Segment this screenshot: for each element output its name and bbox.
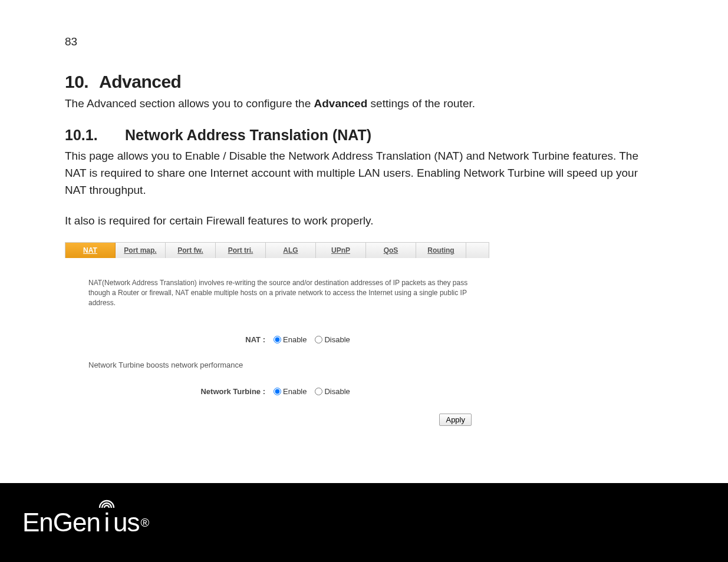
turbine-enable-option[interactable]: Enable	[274, 387, 307, 396]
nat-disable-text: Disable	[324, 335, 350, 344]
section-heading: 10. Advanced	[65, 72, 663, 92]
apply-button[interactable]: Apply	[439, 414, 472, 426]
turbine-label: Network Turbine :	[88, 387, 274, 396]
section-number: 10.	[65, 72, 88, 92]
tab-port-map[interactable]: Port map.	[116, 243, 166, 258]
tab-alg[interactable]: ALG	[266, 243, 316, 258]
turbine-disable-text: Disable	[324, 387, 350, 396]
tab-upnp[interactable]: UPnP	[316, 243, 366, 258]
turbine-enable-radio[interactable]	[274, 388, 281, 395]
turbine-note: Network Turbine boosts network performan…	[88, 361, 483, 369]
tab-port-tri[interactable]: Port tri.	[216, 243, 266, 258]
turbine-disable-option[interactable]: Disable	[315, 387, 350, 396]
section-title: Advanced	[99, 72, 181, 92]
turbine-row: Network Turbine : Enable Disable	[88, 387, 483, 396]
nat-enable-radio[interactable]	[274, 336, 281, 343]
intro-bold: Advanced	[314, 97, 367, 110]
section-intro: The Advanced section allows you to confi…	[65, 95, 663, 113]
intro-post: settings of the router.	[367, 97, 475, 110]
tab-port-fw[interactable]: Port fw.	[166, 243, 216, 258]
wifi-icon: i	[100, 508, 113, 537]
brand-logo: EnGen i us®	[22, 508, 149, 537]
footer: EnGen i us®	[0, 483, 728, 562]
subsection-para2: It also is required for certain Firewall…	[65, 212, 660, 229]
embedded-router-ui: NAT Port map. Port fw. Port tri. ALG UPn…	[65, 242, 489, 431]
registered-mark: ®	[140, 516, 149, 530]
brand-part-us: us	[113, 508, 139, 537]
subsection-title: Network Address Translation (NAT)	[125, 127, 371, 143]
nat-disable-option[interactable]: Disable	[315, 335, 350, 344]
turbine-enable-text: Enable	[283, 387, 307, 396]
tab-qos[interactable]: QoS	[366, 243, 416, 258]
subsection-number: 10.1.	[65, 127, 121, 144]
nat-description: NAT(Network Address Translation) involve…	[88, 278, 483, 308]
brand-part-en: EnGen	[22, 508, 100, 537]
tab-routing[interactable]: Routing	[416, 243, 466, 258]
tab-row: NAT Port map. Port fw. Port tri. ALG UPn…	[65, 242, 489, 258]
nat-label: NAT :	[88, 335, 274, 344]
nat-enable-option[interactable]: Enable	[274, 335, 307, 344]
tab-nat[interactable]: NAT	[65, 243, 116, 258]
turbine-disable-radio[interactable]	[315, 388, 322, 395]
nat-disable-radio[interactable]	[315, 336, 322, 343]
subsection-para1: This page allows you to Enable / Disable…	[65, 147, 660, 199]
page-number: 83	[65, 35, 663, 48]
intro-pre: The Advanced section allows you to confi…	[65, 97, 314, 110]
nat-row: NAT : Enable Disable	[88, 335, 483, 344]
nat-enable-text: Enable	[283, 335, 307, 344]
subsection-heading: 10.1. Network Address Translation (NAT)	[65, 127, 663, 144]
